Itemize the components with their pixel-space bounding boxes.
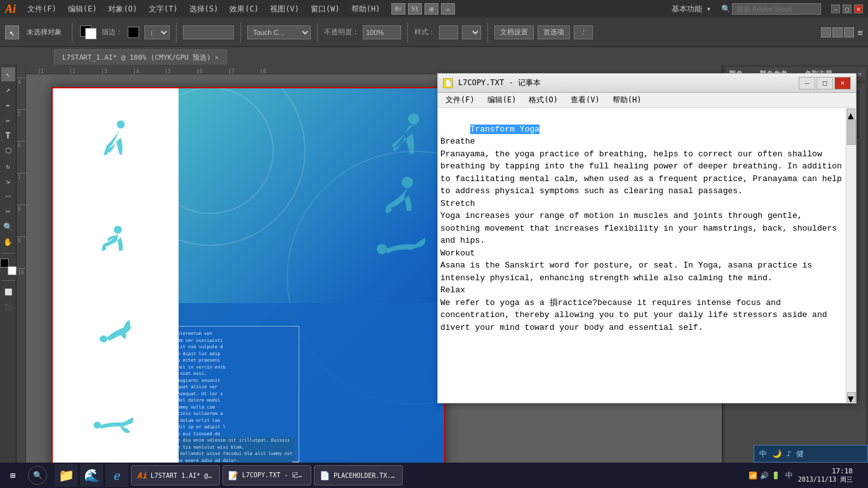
notepad-menu-help[interactable]: 帮助(H) — [607, 93, 647, 107]
ime-zh-indicator[interactable]: 中 — [785, 470, 793, 481]
menu-window[interactable]: 窗口(W) — [306, 3, 345, 16]
ai-maximize-button[interactable]: □ — [843, 4, 851, 13]
menu-help[interactable]: 帮助(H) — [346, 3, 386, 16]
stock-search-input[interactable] — [732, 3, 821, 15]
toolbar-sep-4 — [317, 23, 318, 42]
taskbar-placeholder-app[interactable]: 📄 PLACEHOLDER.TX... — [314, 465, 403, 485]
workspace-menu[interactable]: 基本功能 ▾ — [667, 3, 716, 16]
ime-note-btn[interactable]: ♪ — [785, 449, 792, 458]
opacity-input[interactable] — [363, 25, 401, 39]
tool-pen[interactable]: ✒ — [1, 98, 15, 112]
tool-direct-select[interactable]: ↗ — [1, 83, 15, 97]
notepad-menu-file[interactable]: 文件(F) — [440, 93, 480, 107]
preferences-button[interactable]: 首选项 — [538, 25, 570, 39]
panel-menu-icon[interactable]: ≡ — [858, 71, 862, 78]
notepad-minimize-button[interactable]: — — [799, 77, 815, 90]
taskbar-clock[interactable]: 17:18 2013/11/13 周三 — [798, 467, 853, 484]
stock-icon[interactable]: St — [408, 3, 422, 15]
tool-hand[interactable]: ✋ — [1, 235, 15, 249]
notepad-window[interactable]: 📄 L7COPY.TXT - 记事本 — □ × 文件(F) 编辑(E) 格式(… — [437, 73, 857, 403]
notepad-content[interactable]: Transform Yoga Breathe Pranayama, the yo… — [438, 108, 856, 403]
menu-file[interactable]: 文件(F) — [22, 3, 62, 16]
fill-stroke-widget[interactable] — [79, 24, 98, 41]
stroke-dropdown[interactable]: ↕ — [144, 25, 170, 39]
ruler-tick: 6 — [198, 69, 229, 74]
style-dropdown[interactable]: ▾ — [462, 25, 481, 39]
align-icon-3[interactable] — [844, 27, 854, 37]
tool-draw-behind[interactable]: ⬛ — [1, 300, 15, 314]
opacity-label: 不透明度： — [324, 27, 359, 37]
battery-icon[interactable]: 🔋 — [771, 471, 780, 480]
svg-point-0 — [117, 120, 125, 128]
menu-select[interactable]: 选择(S) — [184, 3, 224, 16]
sys-tray-icons: 📶 🔊 🔋 — [749, 471, 780, 480]
tool-shape[interactable]: ⬡ — [1, 144, 15, 158]
style-swatch[interactable] — [439, 25, 458, 39]
ai-taskbar-icon: Ai — [137, 470, 147, 480]
ai-close-button[interactable]: × — [854, 4, 863, 13]
arrange-button[interactable]: ⋮ — [574, 25, 593, 39]
ruler-tick: 4 — [134, 69, 166, 74]
notepad-menu-format[interactable]: 格式(O) — [524, 93, 563, 107]
scroll-thumb[interactable] — [847, 119, 856, 145]
ai-menubar: Ai 文件(F) 编辑(E) 对象(O) 文字(T) 选择(S) 效果(C) 视… — [0, 0, 868, 18]
taskbar-edge[interactable]: ℯ — [105, 464, 128, 487]
bridge-icon[interactable]: Br — [391, 3, 405, 15]
grid-icon[interactable]: ⊞ — [424, 3, 438, 15]
menu-edit[interactable]: 编辑(E) — [63, 3, 102, 16]
align-icon-1[interactable] — [821, 27, 831, 37]
start-button[interactable]: ⊞ — [0, 463, 25, 488]
document-tab[interactable]: L7START_1.AI* @ 100% (CMYK/GPU 预选) × — [54, 50, 227, 65]
tool-scale[interactable]: ⇲ — [1, 174, 15, 188]
align-icon-2[interactable] — [832, 27, 843, 37]
taskbar-browser[interactable]: 🌊 — [80, 464, 103, 487]
yoga-pose-4 — [90, 394, 140, 451]
ime-moon-btn[interactable]: 🌙 — [771, 449, 783, 458]
artboard-textbox[interactable]: Num doloreetum ven esequam ver suscipist… — [179, 326, 299, 465]
notepad-menu-view[interactable]: 查看(V) — [566, 93, 605, 107]
taskbar-ai-app[interactable]: Ai L7START_1.AI* @... — [131, 465, 220, 485]
yoga-pose-1 — [90, 118, 140, 175]
ruler-tick: 5 — [166, 69, 198, 74]
scroll-down-button[interactable]: ▼ — [847, 392, 856, 402]
stroke-label: 描边： — [102, 27, 123, 37]
toolbar-menu-icon[interactable]: ≡ — [858, 27, 863, 37]
menu-object[interactable]: 对象(O) — [103, 3, 142, 16]
artboard-right: Num doloreetum ven esequam ver suscipist… — [179, 87, 445, 465]
yoga-pose-3 — [90, 302, 140, 359]
ime-chinese-btn[interactable]: 中 — [758, 449, 768, 459]
tool-rotate[interactable]: ↻ — [1, 159, 15, 173]
network-icon[interactable]: 📶 — [749, 471, 757, 480]
touch-select-dropdown[interactable]: Touch C... — [247, 25, 311, 39]
notepad-close-button[interactable]: × — [834, 77, 851, 90]
menu-effect[interactable]: 效果(C) — [224, 3, 264, 16]
tool-type[interactable]: T — [1, 128, 15, 142]
pen-icon[interactable]: ✏ — [441, 3, 455, 15]
stroke-width-input[interactable] — [183, 25, 234, 39]
toolbox-fill-stroke[interactable] — [0, 259, 17, 275]
ime-health-btn[interactable]: 健 — [795, 449, 805, 459]
tool-select[interactable]: ↖ — [1, 67, 15, 81]
volume-icon[interactable]: 🔊 — [760, 471, 769, 480]
menu-view[interactable]: 视图(V) — [265, 3, 304, 16]
taskbar-search-button[interactable]: 🔍 — [28, 466, 47, 485]
notepad-scrollbar[interactable]: ▲ ▼ — [846, 108, 856, 403]
notepad-menu-edit[interactable]: 编辑(E) — [482, 93, 522, 107]
menu-text[interactable]: 文字(T) — [144, 3, 183, 16]
taskbar-notepad-app[interactable]: 📝 L7COPY.TXT - 记... — [222, 465, 311, 485]
tool-draw-normal[interactable]: ⬜ — [1, 285, 15, 299]
selection-tool-icon[interactable]: ↖ — [5, 25, 19, 39]
tool-warp[interactable]: 〰 — [1, 189, 15, 203]
doc-settings-button[interactable]: 文档设置 — [494, 25, 534, 39]
taskbar-file-explorer[interactable]: 📁 — [55, 464, 78, 487]
tool-zoom[interactable]: 🔍 — [1, 220, 15, 234]
ruler-tick-v: 8 — [17, 205, 25, 236]
stroke-color-swatch[interactable] — [128, 27, 139, 38]
doc-tab-close-button[interactable]: × — [215, 54, 219, 61]
artboard[interactable]: Num doloreetum ven esequam ver suscipist… — [51, 87, 445, 465]
tool-scissors[interactable]: ✂ — [1, 205, 15, 219]
ai-minimize-button[interactable]: — — [831, 4, 840, 13]
scroll-up-button[interactable]: ▲ — [847, 109, 855, 119]
tool-pencil[interactable]: ✏ — [1, 113, 15, 127]
notepad-maximize-button[interactable]: □ — [817, 77, 833, 90]
